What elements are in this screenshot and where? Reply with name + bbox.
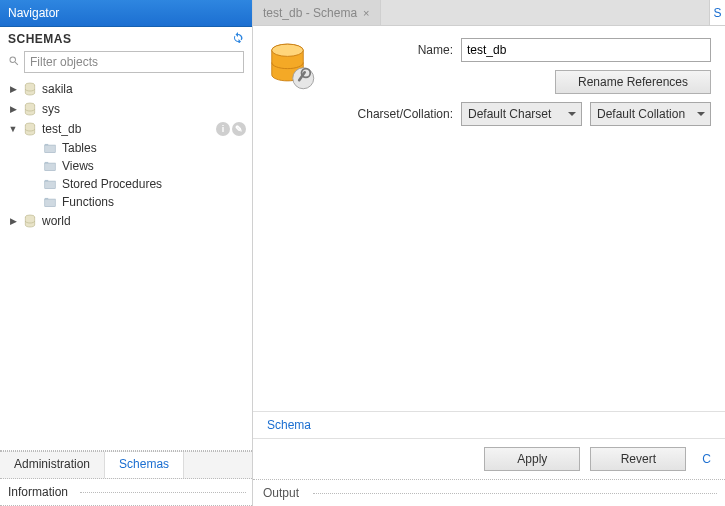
close-icon[interactable]: × [363, 7, 369, 19]
schema-tree: ▶ sakila ▶ sys ▼ test_db i [0, 79, 252, 451]
svg-point-13 [272, 44, 304, 56]
chevron-right-icon[interactable]: ▶ [8, 216, 18, 226]
filter-input[interactable] [24, 51, 244, 73]
tree-item-views[interactable]: Views [4, 157, 248, 175]
revert-button[interactable]: Revert [590, 447, 686, 471]
editor-tab-label: test_db - Schema [263, 6, 357, 20]
row-actions: i ✎ [216, 122, 246, 136]
tree-label: Tables [62, 141, 97, 155]
tree-label: Stored Procedures [62, 177, 162, 191]
name-label: Name: [333, 43, 461, 57]
editor-tabs: test_db - Schema × S [253, 0, 725, 26]
tree-label: sys [42, 102, 60, 116]
partial-button[interactable]: C [702, 452, 711, 466]
rename-references-button[interactable]: Rename References [555, 70, 711, 94]
database-icon [22, 81, 38, 97]
charset-label: Charset/Collation: [333, 107, 461, 121]
svg-rect-6 [45, 163, 56, 171]
tree-item-world[interactable]: ▶ world [4, 211, 248, 231]
collation-select[interactable]: Default Collation [590, 102, 711, 126]
tree-label: Views [62, 159, 94, 173]
schemas-header: SCHEMAS [0, 27, 252, 48]
tree-label: world [42, 214, 71, 228]
folder-icon [42, 159, 58, 173]
tree-item-tables[interactable]: Tables [4, 139, 248, 157]
tree-item-sys[interactable]: ▶ sys [4, 99, 248, 119]
navigator-title: Navigator [0, 0, 252, 27]
schema-icon [263, 38, 323, 134]
rename-row: Rename References [333, 70, 711, 94]
tab-schema[interactable]: Schema [257, 412, 325, 438]
svg-rect-10 [45, 199, 56, 207]
output-header: Output [253, 480, 725, 506]
partial-tab[interactable]: S [709, 0, 725, 25]
database-icon [22, 121, 38, 137]
name-input[interactable] [461, 38, 711, 62]
tree-item-sakila[interactable]: ▶ sakila [4, 79, 248, 99]
tree-label: sakila [42, 82, 73, 96]
navigator-tabs: Administration Schemas [0, 451, 252, 479]
field-name: Name: [333, 38, 711, 62]
charset-select[interactable]: Default Charset [461, 102, 582, 126]
tree-item-test_db[interactable]: ▼ test_db i ✎ [4, 119, 248, 139]
information-header: Information [0, 479, 252, 506]
folder-icon [42, 177, 58, 191]
tree-item-stored-procedures[interactable]: Stored Procedures [4, 175, 248, 193]
apply-button[interactable]: Apply [484, 447, 580, 471]
folder-icon [42, 141, 58, 155]
search-icon [8, 55, 20, 70]
editor-panel: test_db - Schema × S [253, 0, 725, 506]
filter-row [0, 48, 252, 79]
info-icon[interactable]: i [216, 122, 230, 136]
schemas-title: SCHEMAS [8, 32, 72, 46]
tree-item-functions[interactable]: Functions [4, 193, 248, 211]
chevron-right-icon[interactable]: ▶ [8, 84, 18, 94]
tab-spacer [381, 0, 710, 25]
tab-administration[interactable]: Administration [0, 452, 104, 478]
action-bar: Apply Revert C [253, 439, 725, 480]
field-charset: Charset/Collation: Default Charset Defau… [333, 102, 711, 126]
svg-rect-4 [45, 145, 56, 153]
refresh-icon[interactable] [232, 31, 244, 46]
database-icon [22, 213, 38, 229]
svg-rect-8 [45, 181, 56, 189]
chevron-down-icon[interactable]: ▼ [8, 124, 18, 134]
tree-label: Functions [62, 195, 114, 209]
tree-label: test_db [42, 122, 81, 136]
information-label: Information [8, 485, 68, 499]
output-label: Output [263, 486, 299, 500]
editor-tab-test_db[interactable]: test_db - Schema × [253, 0, 381, 25]
navigator-panel: Navigator SCHEMAS ▶ sakila ▶ [0, 0, 253, 506]
chevron-right-icon[interactable]: ▶ [8, 104, 18, 114]
tab-schemas[interactable]: Schemas [104, 452, 184, 478]
schema-form: Name: Rename References Charset/Collatio… [253, 26, 725, 506]
wrench-icon[interactable]: ✎ [232, 122, 246, 136]
editor-bottom-tabs: Schema [253, 411, 725, 439]
database-icon [22, 101, 38, 117]
folder-icon [42, 195, 58, 209]
